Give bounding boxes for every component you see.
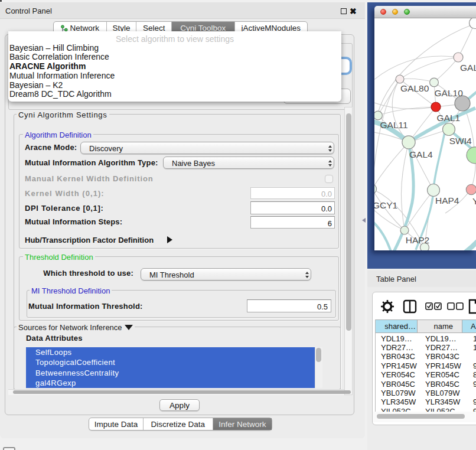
svg-text:HAP4: HAP4: [435, 195, 459, 206]
svg-text:Y: Y: [472, 196, 476, 206]
svg-text:GAL11: GAL11: [380, 120, 408, 130]
svg-text:GAL80: GAL80: [400, 83, 429, 93]
svg-text:GAL: GAL: [460, 63, 476, 73]
svg-text:GAL10: GAL10: [435, 88, 464, 98]
svg-text:GCY1: GCY1: [374, 200, 397, 210]
svg-text:GAL1: GAL1: [437, 113, 461, 123]
svg-text:SWI4: SWI4: [449, 136, 472, 146]
svg-text:GAL4: GAL4: [409, 149, 433, 159]
svg-text:HAP2: HAP2: [406, 235, 430, 245]
